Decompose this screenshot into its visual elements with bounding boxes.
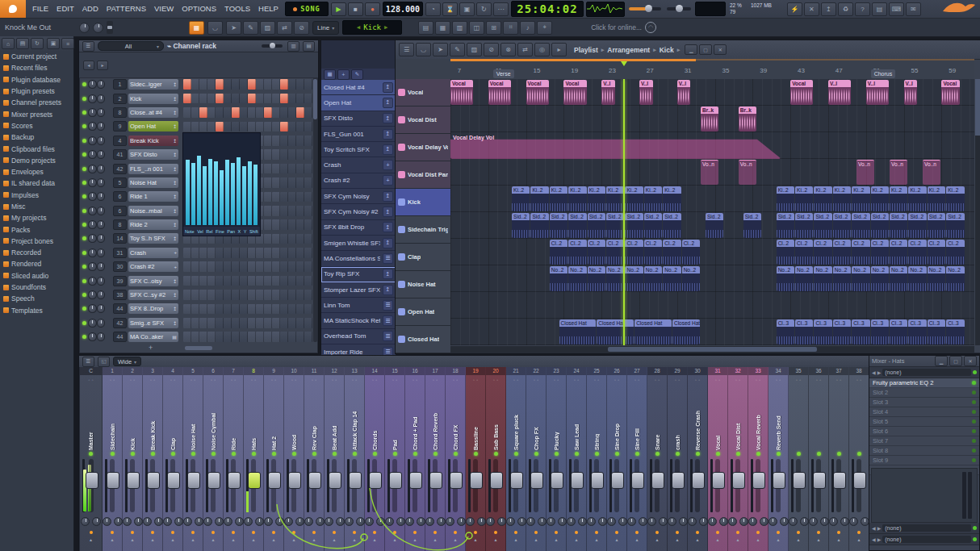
- main-pitch-slider[interactable]: [665, 3, 693, 15]
- track-header-clap[interactable]: Clap: [396, 244, 450, 271]
- picker-item[interactable]: FLS_Gun 001↥: [321, 127, 396, 142]
- step-cell[interactable]: [296, 219, 304, 230]
- mixer-strip-name[interactable]: Attack Clap 14: [352, 384, 358, 450]
- fader-handle[interactable]: [651, 472, 664, 489]
- mixer-enable-led[interactable]: [777, 452, 781, 456]
- graph-bar[interactable]: [231, 163, 235, 225]
- playlist-menu-icon[interactable]: ☰: [399, 43, 414, 56]
- pan-knob[interactable]: [587, 517, 596, 526]
- stereo-knob[interactable]: [437, 517, 446, 526]
- clip-sid-2[interactable]: Sid..2: [550, 213, 567, 238]
- mixer-fader[interactable]: [304, 457, 324, 514]
- channel-button[interactable]: SFX Disto↥: [128, 149, 178, 160]
- route-icon[interactable]: ◦: [231, 378, 232, 382]
- browser-item-backup[interactable]: Backup: [0, 131, 73, 143]
- channel-enable-led[interactable]: [82, 335, 86, 339]
- slot-enable-led[interactable]: [972, 439, 976, 443]
- step-cell[interactable]: [191, 248, 199, 258]
- rack-horizontal-scrollbar[interactable]: [185, 346, 212, 350]
- step-cell[interactable]: [232, 248, 240, 258]
- stereo-knob[interactable]: [800, 517, 809, 526]
- mixer-strip-vocal-dist[interactable]: 32◦◦Vocal Dist▴: [728, 367, 748, 551]
- channel-volume-knob[interactable]: [97, 290, 106, 299]
- channel-enable-led[interactable]: [82, 167, 86, 171]
- mixer-fader[interactable]: [183, 457, 203, 514]
- effect-slot[interactable]: Slot 3: [869, 398, 979, 407]
- browser-folder-icon[interactable]: ▣: [47, 38, 60, 49]
- clip-sid-2[interactable]: Sid..2: [928, 213, 945, 238]
- clip-sid-2[interactable]: Sid..2: [606, 213, 624, 238]
- clip-vo-n[interactable]: Vo..n: [701, 160, 718, 185]
- mixer-strip-name[interactable]: Sine Fill: [634, 384, 640, 450]
- step-cell[interactable]: [272, 122, 280, 132]
- step-cell[interactable]: [272, 234, 280, 244]
- step-cell[interactable]: [216, 107, 224, 118]
- mixer-strip-name[interactable]: Clap: [170, 384, 176, 450]
- channel-pan-knob[interactable]: [88, 165, 97, 173]
- step-cell[interactable]: [272, 177, 280, 188]
- recycle-icon[interactable]: ♻: [838, 2, 853, 16]
- channel-button[interactable]: Crash+: [128, 248, 178, 258]
- mixer-strip-name[interactable]: Chord FX: [453, 384, 459, 450]
- fader-handle[interactable]: [510, 472, 523, 489]
- step-cell[interactable]: [296, 332, 304, 342]
- preset-next-icon[interactable]: ▶: [877, 369, 882, 375]
- step-cell[interactable]: [288, 332, 296, 342]
- mixer-enable-led[interactable]: [595, 452, 599, 456]
- channel-mixer-target[interactable]: 39: [113, 276, 127, 286]
- step-cell[interactable]: [296, 122, 304, 132]
- fader-handle[interactable]: [207, 472, 220, 489]
- stereo-knob[interactable]: [840, 517, 849, 526]
- step-cell[interactable]: [304, 304, 312, 315]
- clip-sid-2[interactable]: Sid..2: [530, 213, 548, 238]
- step-cell[interactable]: [224, 79, 232, 90]
- step-cell[interactable]: [272, 304, 280, 315]
- record-arm-led[interactable]: [353, 531, 356, 534]
- track-header-kick[interactable]: Kick: [396, 189, 450, 216]
- pan-knob[interactable]: [708, 517, 717, 526]
- mixer-fader[interactable]: [769, 457, 788, 514]
- clip-sid-2[interactable]: Sid..2: [663, 213, 681, 238]
- mixer-strip-sine-drop[interactable]: 26◦◦Sine Drop▴: [607, 367, 627, 551]
- record-arm-led[interactable]: [655, 531, 659, 534]
- step-cell[interactable]: [240, 122, 248, 132]
- slot-enable-led[interactable]: [972, 410, 976, 414]
- clip-v-l[interactable]: V..l: [677, 80, 691, 105]
- step-cell[interactable]: [224, 318, 232, 328]
- stereo-knob[interactable]: [295, 517, 304, 526]
- clip-v-l[interactable]: V..l: [904, 80, 918, 105]
- clip-cl-2[interactable]: Cl..2: [588, 240, 605, 265]
- picker-item-icon[interactable]: ↥: [383, 269, 393, 279]
- clip-cl-2[interactable]: Cl..2: [908, 240, 926, 265]
- channel-volume-knob[interactable]: [97, 192, 106, 201]
- channel-volume-knob[interactable]: [97, 220, 106, 229]
- mixer-enable-led[interactable]: [857, 452, 861, 456]
- effect-slot[interactable]: Fruity parametric EQ 2: [869, 378, 979, 388]
- browser-item-impulses[interactable]: Impulses: [0, 190, 73, 201]
- step-cell[interactable]: [304, 276, 312, 286]
- clip-vocal[interactable]: Vocal: [563, 80, 586, 105]
- breadcrumb-arrangement[interactable]: Arrangement: [607, 46, 650, 54]
- fader-handle[interactable]: [672, 472, 685, 489]
- route-arrow[interactable]: ▴: [736, 536, 739, 543]
- clip-sid-2[interactable]: Sid..2: [908, 213, 926, 238]
- picker-item[interactable]: SFX 8bit Drop↥: [321, 220, 396, 236]
- mixer-strip-vocal[interactable]: 31◦◦Vocal▴: [708, 367, 728, 551]
- step-cell[interactable]: [280, 136, 288, 146]
- record-arm-led[interactable]: [474, 531, 477, 534]
- clip-cl-2[interactable]: Cl..2: [550, 240, 567, 265]
- stereo-knob[interactable]: [780, 517, 789, 526]
- mixer-fader[interactable]: [405, 457, 425, 514]
- route-arrow[interactable]: ▴: [716, 536, 718, 543]
- step-cell[interactable]: [207, 276, 216, 286]
- picker-grid-icon[interactable]: ▦: [324, 69, 336, 80]
- mixer-fader[interactable]: [264, 457, 283, 514]
- step-cell[interactable]: [256, 318, 264, 328]
- slot-enable-led[interactable]: [972, 420, 976, 424]
- fx-icon[interactable]: ◦: [779, 378, 781, 382]
- step-cell[interactable]: [296, 206, 304, 216]
- slip-tool-icon[interactable]: ⇄: [517, 43, 533, 56]
- mixer-enable-led[interactable]: [696, 452, 700, 456]
- step-cell[interactable]: [248, 276, 256, 286]
- channel-pan-knob[interactable]: [88, 332, 97, 341]
